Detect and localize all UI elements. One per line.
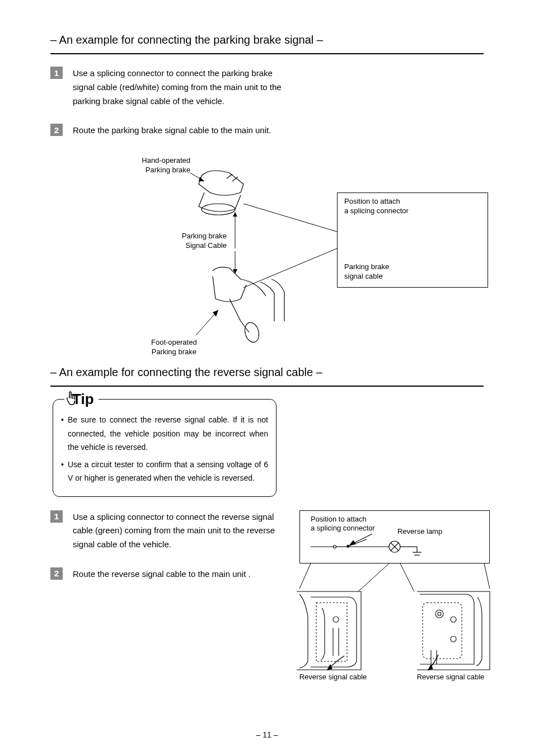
section1-rule [50,53,484,54]
step-badge: 2 [50,567,63,580]
step-2-1: 1 Use a splicing connector to connect th… [50,510,277,552]
svg-point-10 [243,321,261,344]
diagram-reverse-signal: Position to attach a splicing connector … [294,510,484,689]
page-number: – 11 – [0,730,534,739]
step-1-1: 1 Use a splicing connector to connect th… [50,67,297,108]
svg-line-45 [400,564,414,591]
svg-point-52 [451,617,456,622]
hand-pointer-icon [64,391,78,406]
svg-line-46 [484,564,490,589]
svg-point-31 [333,545,336,548]
step-1-2: 2 Route the parking brake signal cable t… [50,124,297,138]
svg-line-13 [243,204,337,232]
svg-line-43 [299,564,311,589]
tip-list: Be sure to connect the reverse signal ca… [61,413,268,485]
tip-item: Use a circuit tester to confirm that a s… [61,458,268,485]
svg-line-44 [358,564,389,591]
label-foot-brake: Foot-operated Parking brake [151,338,197,357]
label-signal-cable: Parking brake Signal Cable [171,232,227,251]
label-attach-pos: Position to attach a splicing connector [344,197,409,216]
step-badge: 2 [50,124,63,136]
svg-point-51 [438,612,441,616]
tip-item: Be sure to connect the reverse signal ca… [61,413,268,454]
step-text: Use a splicing connector to connect the … [73,67,297,108]
section1-title: – An example for connecting the parking … [50,34,484,46]
diagram-parking-brake: Hand-operated Parking brake Parking brak… [73,153,484,360]
step-badge: 1 [50,510,63,523]
label-schematic-cable: Parking brake signal cable [344,262,389,281]
step-2-2: 2 Route the reverse signal cable to the … [50,567,277,581]
label-hand-brake: Hand-operated Parking brake [134,156,190,175]
svg-point-47 [333,617,339,622]
step-text: Route the parking brake signal cable to … [73,124,271,138]
svg-line-14 [243,248,337,288]
step-text: Use a splicing connector to connect the … [73,510,277,552]
svg-line-2 [227,174,232,179]
section2-title: – An example for connecting the reverse … [50,366,484,379]
svg-marker-42 [350,541,355,545]
label-reverse-cable-left: Reverse signal cable [288,673,378,682]
svg-marker-9 [233,269,237,274]
step-text: Route the reverse signal cable to the ma… [73,567,251,581]
svg-marker-4 [199,177,204,181]
section2-rule [50,386,484,387]
tip-box: Tip Be sure to connect the reverse signa… [53,399,277,497]
tip-header: Tip [64,391,99,408]
svg-marker-6 [233,212,237,217]
svg-point-50 [435,610,443,618]
label-reverse-cable-right: Reverse signal cable [406,673,495,682]
step-badge: 1 [50,67,63,79]
svg-point-53 [451,636,456,642]
